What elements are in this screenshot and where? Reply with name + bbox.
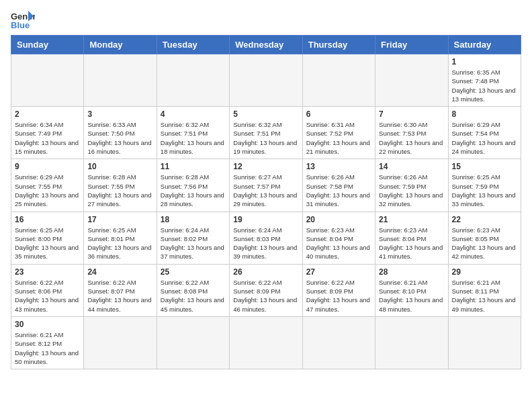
col-header-monday: Monday [84,36,157,54]
calendar-cell [302,316,375,369]
day-info: Sunrise: 6:27 AM Sunset: 7:57 PM Dayligh… [233,173,298,208]
calendar-cell: 12Sunrise: 6:27 AM Sunset: 7:57 PM Dayli… [230,159,302,212]
calendar-cell: 17Sunrise: 6:25 AM Sunset: 8:01 PM Dayli… [84,212,157,264]
col-header-sunday: Sunday [11,36,84,54]
col-header-saturday: Saturday [448,36,521,54]
day-info: Sunrise: 6:28 AM Sunset: 7:56 PM Dayligh… [161,173,226,208]
day-info: Sunrise: 6:23 AM Sunset: 8:05 PM Dayligh… [452,226,517,261]
day-info: Sunrise: 6:24 AM Sunset: 8:02 PM Dayligh… [161,226,226,261]
calendar-cell: 15Sunrise: 6:25 AM Sunset: 7:59 PM Dayli… [448,159,521,212]
calendar-cell: 13Sunrise: 6:26 AM Sunset: 7:58 PM Dayli… [302,159,375,212]
day-info: Sunrise: 6:21 AM Sunset: 8:11 PM Dayligh… [452,278,517,314]
calendar-cell: 3Sunrise: 6:33 AM Sunset: 7:50 PM Daylig… [84,107,157,159]
calendar-cell [84,54,157,107]
col-header-wednesday: Wednesday [230,36,302,54]
calendar-cell: 1Sunrise: 6:35 AM Sunset: 7:48 PM Daylig… [448,54,521,107]
calendar-cell: 23Sunrise: 6:22 AM Sunset: 8:06 PM Dayli… [11,264,84,316]
calendar-cell: 30Sunrise: 6:21 AM Sunset: 8:12 PM Dayli… [11,316,84,369]
day-info: Sunrise: 6:26 AM Sunset: 7:58 PM Dayligh… [306,173,371,208]
calendar-cell: 18Sunrise: 6:24 AM Sunset: 8:02 PM Dayli… [157,212,229,264]
day-info: Sunrise: 6:32 AM Sunset: 7:51 PM Dayligh… [161,120,226,156]
day-number: 27 [306,267,371,277]
day-info: Sunrise: 6:24 AM Sunset: 8:03 PM Dayligh… [233,226,298,261]
day-number: 11 [161,162,226,171]
calendar-cell: 27Sunrise: 6:22 AM Sunset: 8:09 PM Dayli… [302,264,375,316]
calendar-cell: 8Sunrise: 6:29 AM Sunset: 7:54 PM Daylig… [448,107,521,159]
day-number: 6 [306,109,371,119]
day-number: 1 [452,57,517,66]
calendar-cell: 7Sunrise: 6:30 AM Sunset: 7:53 PM Daylig… [375,107,448,159]
day-info: Sunrise: 6:33 AM Sunset: 7:50 PM Dayligh… [87,120,152,156]
day-number: 29 [452,267,517,277]
col-header-tuesday: Tuesday [157,36,229,54]
calendar-cell [302,54,375,107]
calendar-cell: 29Sunrise: 6:21 AM Sunset: 8:11 PM Dayli… [448,264,521,316]
day-number: 24 [87,267,152,277]
day-info: Sunrise: 6:25 AM Sunset: 8:01 PM Dayligh… [87,226,152,261]
logo: General Blue [11,11,39,30]
day-number: 19 [233,215,298,224]
calendar-cell: 4Sunrise: 6:32 AM Sunset: 7:51 PM Daylig… [157,107,229,159]
day-info: Sunrise: 6:25 AM Sunset: 7:59 PM Dayligh… [452,173,517,208]
day-info: Sunrise: 6:30 AM Sunset: 7:53 PM Dayligh… [379,120,444,156]
day-number: 26 [233,267,298,277]
calendar-cell [84,316,157,369]
day-number: 8 [452,109,517,119]
svg-text:Blue: Blue [11,20,30,30]
day-number: 7 [379,109,444,119]
day-number: 12 [233,162,298,171]
day-info: Sunrise: 6:26 AM Sunset: 7:59 PM Dayligh… [379,173,444,208]
day-number: 16 [15,215,80,224]
day-info: Sunrise: 6:22 AM Sunset: 8:07 PM Dayligh… [87,278,152,314]
day-number: 23 [15,267,80,277]
calendar-cell [230,316,302,369]
calendar-cell: 21Sunrise: 6:23 AM Sunset: 8:04 PM Dayli… [375,212,448,264]
calendar-cell: 9Sunrise: 6:29 AM Sunset: 7:55 PM Daylig… [11,159,84,212]
col-header-thursday: Thursday [302,36,375,54]
day-number: 3 [87,109,152,119]
page-header: General Blue [11,11,521,30]
day-number: 30 [15,320,80,329]
day-number: 2 [15,109,80,119]
calendar-cell [11,54,84,107]
calendar-cell [230,54,302,107]
day-number: 9 [15,162,80,171]
day-info: Sunrise: 6:34 AM Sunset: 7:49 PM Dayligh… [15,120,80,156]
day-number: 15 [452,162,517,171]
day-number: 5 [233,109,298,119]
day-number: 4 [161,109,226,119]
day-number: 22 [452,215,517,224]
day-info: Sunrise: 6:21 AM Sunset: 8:10 PM Dayligh… [379,278,444,314]
day-info: Sunrise: 6:25 AM Sunset: 8:00 PM Dayligh… [15,226,80,261]
day-info: Sunrise: 6:22 AM Sunset: 8:09 PM Dayligh… [233,278,298,314]
day-info: Sunrise: 6:32 AM Sunset: 7:51 PM Dayligh… [233,120,298,156]
calendar-cell [157,54,229,107]
day-info: Sunrise: 6:29 AM Sunset: 7:55 PM Dayligh… [15,173,80,208]
calendar-cell: 16Sunrise: 6:25 AM Sunset: 8:00 PM Dayli… [11,212,84,264]
calendar-cell [448,316,521,369]
logo-icon: General Blue [11,11,35,30]
calendar-cell [375,316,448,369]
calendar-cell: 5Sunrise: 6:32 AM Sunset: 7:51 PM Daylig… [230,107,302,159]
day-info: Sunrise: 6:23 AM Sunset: 8:04 PM Dayligh… [379,226,444,261]
calendar-cell: 11Sunrise: 6:28 AM Sunset: 7:56 PM Dayli… [157,159,229,212]
calendar-cell: 14Sunrise: 6:26 AM Sunset: 7:59 PM Dayli… [375,159,448,212]
day-info: Sunrise: 6:21 AM Sunset: 8:12 PM Dayligh… [15,330,80,366]
day-info: Sunrise: 6:31 AM Sunset: 7:52 PM Dayligh… [306,120,371,156]
day-info: Sunrise: 6:22 AM Sunset: 8:08 PM Dayligh… [161,278,226,314]
calendar-cell: 28Sunrise: 6:21 AM Sunset: 8:10 PM Dayli… [375,264,448,316]
day-info: Sunrise: 6:22 AM Sunset: 8:09 PM Dayligh… [306,278,371,314]
day-number: 14 [379,162,444,171]
calendar-cell: 24Sunrise: 6:22 AM Sunset: 8:07 PM Dayli… [84,264,157,316]
day-info: Sunrise: 6:35 AM Sunset: 7:48 PM Dayligh… [452,68,517,103]
day-number: 25 [161,267,226,277]
calendar-cell: 2Sunrise: 6:34 AM Sunset: 7:49 PM Daylig… [11,107,84,159]
calendar-cell [375,54,448,107]
day-number: 10 [87,162,152,171]
calendar-cell: 25Sunrise: 6:22 AM Sunset: 8:08 PM Dayli… [157,264,229,316]
day-number: 13 [306,162,371,171]
day-number: 17 [87,215,152,224]
day-number: 28 [379,267,444,277]
day-info: Sunrise: 6:28 AM Sunset: 7:55 PM Dayligh… [87,173,152,208]
calendar-cell: 22Sunrise: 6:23 AM Sunset: 8:05 PM Dayli… [448,212,521,264]
